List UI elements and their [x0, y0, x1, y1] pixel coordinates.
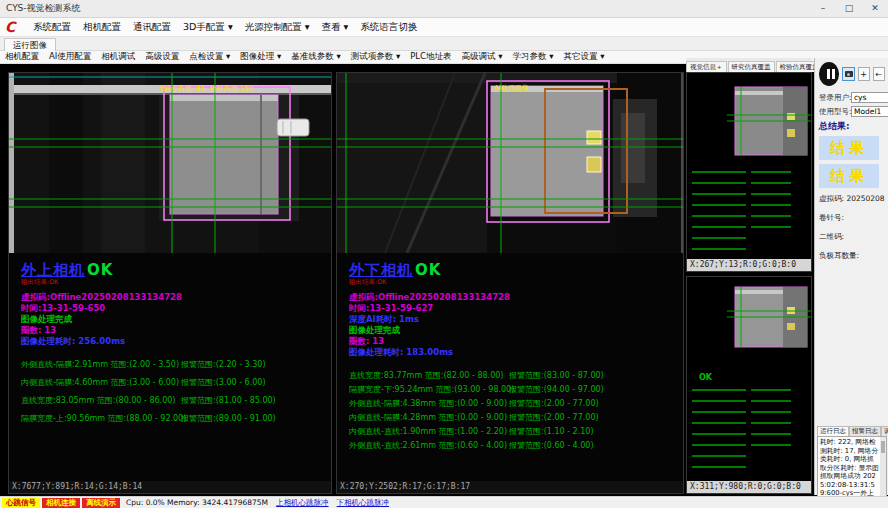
log-tab[interactable]: 调试日志	[881, 426, 888, 436]
info-line: 图像处理耗时: 256.00ms	[21, 336, 319, 347]
toolbar-item[interactable]: 相机配置	[0, 51, 44, 63]
toolbar-items: 相机配置AI使用配置相机调试高级设置点检设置 ▾图像处理 ▾基准线参数 ▾测试项…	[0, 51, 609, 63]
left-camera-name: 外上相机	[21, 261, 85, 279]
menu-bar: C 系统配置相机配置通讯配置3D手配置 ▾光源控制配置 ▾查看 ▾系统语言切换	[0, 18, 888, 37]
info-line: 时间:13-31-59-627	[349, 303, 671, 314]
title-bar: CYS-视觉检测系统 – □ ✕	[0, 0, 888, 18]
toolbar-item[interactable]: 图像处理 ▾	[235, 51, 286, 63]
info-line: 圈数: 13	[21, 325, 319, 336]
toolbar-item[interactable]: 高级调试 ▾	[457, 51, 508, 63]
thumbnail-bottom-ok: OK	[699, 373, 712, 382]
measurement-value: 内侧直线-隔膜:4.28mm 范围:(0.00 - 9.00)	[349, 413, 507, 422]
arrow-left-icon: ←	[876, 70, 883, 79]
alarm-range: 报警范围:(2.20 - 3.30)	[181, 359, 266, 370]
model-input[interactable]	[851, 106, 888, 117]
thumbnail-top-text-lines	[692, 171, 746, 256]
measurement-row: 内侧直线-隔膜:4.28mm 范围:(0.00 - 9.00) 报警范围:(2.…	[349, 412, 671, 426]
close-icon[interactable]: ✕	[862, 0, 888, 17]
login-user-label: 登录用户:	[819, 93, 851, 103]
left-image-overlay-label: Y轴位高度: 93, 相机高度:100	[159, 84, 253, 94]
thumbnail-panel-top[interactable]: X:267;Y:13;R:0;G:0;B:0	[686, 72, 812, 272]
status-badge: 相机连接	[42, 498, 80, 508]
status-bar: 心跳信号相机连接离线演示 Cpu: 0.0% Memory: 3424.4179…	[0, 496, 888, 508]
info-line: 图像处理完成	[349, 325, 671, 336]
log-block: 运行日志报警日志调试日志 耗时: 222, 网络检测耗时: 17, 网络分类耗时…	[817, 426, 887, 498]
left-camera-image[interactable]: Y轴位高度: 93, 相机高度:100	[9, 73, 331, 253]
scrollbar-thumb[interactable]	[881, 441, 885, 453]
log-text-area[interactable]: 耗时: 222, 网络检测耗时: 17, 网络分类耗时: 0, 网络抓取分区耗时…	[817, 436, 887, 498]
tab-run-image[interactable]: 运行图像	[4, 38, 56, 51]
menu-item[interactable]: 系统配置	[27, 21, 77, 34]
measurement-value: 外侧直线-隔膜:2.91mm 范围:(2.00 - 3.50)	[21, 360, 179, 369]
bottom-margin	[0, 508, 888, 522]
measurement-value: 外侧直线-隔膜:4.38mm 范围:(0.00 - 9.00)	[349, 399, 507, 408]
result-boxes: 结果结果	[819, 136, 885, 188]
toolbar-item[interactable]: AI使用配置	[44, 51, 96, 63]
thumbnail-bottom-text-lines	[692, 389, 746, 469]
toolbar-item[interactable]: 测试项参数 ▾	[346, 51, 405, 63]
toolbar-item[interactable]: PLC地址表	[405, 51, 456, 63]
menu-item[interactable]: 查看 ▾	[315, 21, 354, 34]
measurement-row: 隔膜宽度-上:90.56mm 范围:(88.00 - 92.00) 报警范围:(…	[21, 413, 319, 431]
menu-item[interactable]: 3D手配置 ▾	[177, 21, 239, 34]
middle-camera-panel: AI处理图像 外下相机OK 输出结果:OK 虚拟码:Offline2025020…	[336, 72, 684, 494]
middle-pixel-coords: X:270;Y:2502;R:17;G:17;B:17	[337, 481, 683, 493]
info-line: 虚拟码:Offline20250208133134728	[21, 292, 319, 303]
measurement-value: 内侧直线-隔膜:4.60mm 范围:(3.00 - 6.00)	[21, 378, 179, 387]
app-logo-icon: C	[5, 20, 21, 35]
cpu-memory-text: Cpu: 0.0% Memory: 3424.41796875M	[126, 498, 268, 507]
control-buttons: + ←	[819, 62, 885, 86]
toolbar-item[interactable]: 高级设置	[140, 51, 184, 63]
alarm-range: 报警范围:(94.00 - 97.00)	[509, 384, 604, 395]
log-text: 耗时: 222, 网络检测耗时: 17, 网络分类耗时: 0, 网络抓取分区耗时…	[820, 438, 879, 498]
toolbar-item[interactable]: 点检设置 ▾	[184, 51, 235, 63]
minimize-icon[interactable]: –	[810, 0, 836, 17]
left-measurement-list: 外侧直线-隔膜:2.91mm 范围:(2.00 - 3.50) 报警范围:(2.…	[21, 359, 319, 431]
alarm-range: 报警范围:(89.00 - 91.00)	[181, 413, 276, 424]
thumbnail-tab[interactable]: 研究仿真覆盖	[728, 61, 775, 72]
window-title: CYS-视觉检测系统	[0, 2, 810, 15]
total-result-label: 总结果:	[819, 120, 885, 133]
view-tab-row: 运行图像	[0, 37, 888, 51]
alarm-range: 报警范围:(1.10 - 2.10)	[509, 426, 594, 437]
info-fields: 虚拟码: 20250208卷针号:二维码:负极耳数量:	[819, 194, 885, 261]
capture-button[interactable]	[842, 67, 854, 81]
toolbar-item[interactable]: 基准线参数 ▾	[286, 51, 345, 63]
measurement-row: 外侧直线-直线:2.61mm 范围:(0.60 - 4.00) 报警范围:(0.…	[349, 440, 671, 454]
add-button[interactable]: +	[858, 67, 870, 81]
thumbnail-tabs: 视觉信息＋研究仿真覆盖检验仿真覆盖	[686, 58, 812, 72]
back-button[interactable]: ←	[873, 67, 885, 81]
toolbar-item[interactable]: 其它设置 ▾	[558, 51, 609, 63]
middle-camera-image[interactable]: AI处理图像	[337, 73, 683, 253]
maximize-icon[interactable]: □	[836, 0, 862, 17]
log-tabs: 运行日志报警日志调试日志	[817, 426, 887, 436]
measurement-row: 直线宽度:83.77mm 范围:(82.00 - 88.00) 报警范围:(83…	[349, 370, 671, 384]
log-scrollbar[interactable]	[880, 437, 886, 497]
menu-item[interactable]: 光源控制配置 ▾	[239, 21, 316, 34]
info-line: 虚拟码:Offline20250208133134728	[349, 292, 671, 303]
heartbeat-link[interactable]: 下相机心跳脉冲	[337, 498, 390, 508]
thumbnail-panel-bottom[interactable]: OK X:311;Y:980;R:0;G:0;B:0	[686, 276, 812, 494]
menu-item[interactable]: 相机配置	[77, 21, 127, 34]
login-user-input[interactable]	[851, 92, 888, 103]
measurement-value: 外侧直线-直线:2.61mm 范围:(0.60 - 4.00)	[349, 441, 507, 450]
middle-result-block: 外下相机OK 输出结果:OK 虚拟码:Offline20250208133134…	[337, 253, 683, 454]
info-field: 负极耳数量:	[819, 251, 885, 261]
toolbar-item[interactable]: 相机调试	[96, 51, 140, 63]
log-tab[interactable]: 报警日志	[849, 426, 881, 436]
left-pixel-coords: X:7677;Y:891;R:14;G:14;B:14	[9, 481, 331, 493]
log-tab[interactable]: 运行日志	[817, 426, 849, 436]
status-badge: 心跳信号	[2, 498, 40, 508]
left-image-canvas	[9, 73, 331, 253]
info-field: 卷针号:	[819, 213, 885, 223]
menu-item[interactable]: 系统语言切换	[354, 21, 423, 34]
heartbeat-link[interactable]: 上相机心跳脉冲	[276, 498, 329, 508]
status-badge: 离线演示	[82, 498, 120, 508]
model-row: 使用型号:	[819, 106, 885, 117]
pause-button[interactable]	[819, 62, 839, 86]
menu-item[interactable]: 通讯配置	[127, 21, 177, 34]
left-ok-status: OK	[87, 261, 113, 279]
thumbnail-tab[interactable]: 视觉信息＋	[686, 61, 727, 72]
info-line: 深度AI耗时: 1ms	[349, 314, 671, 325]
toolbar-item[interactable]: 学习参数 ▾	[507, 51, 558, 63]
